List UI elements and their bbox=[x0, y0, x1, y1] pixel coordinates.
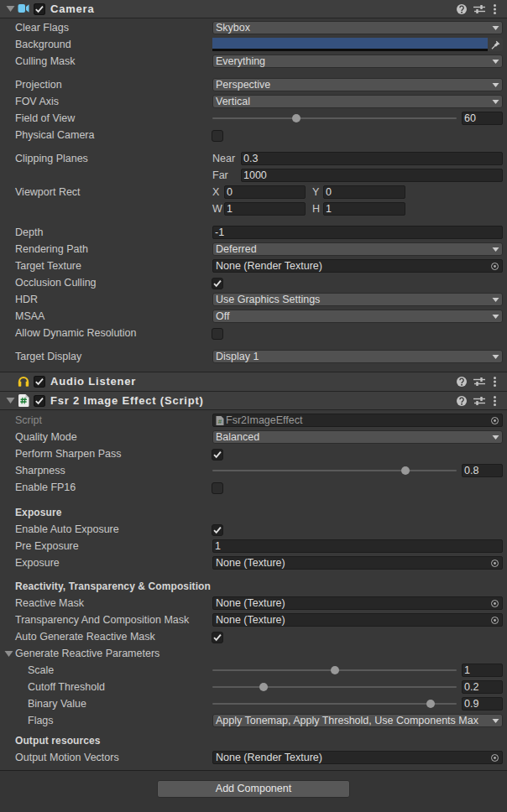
svg-text:#: # bbox=[218, 418, 222, 425]
